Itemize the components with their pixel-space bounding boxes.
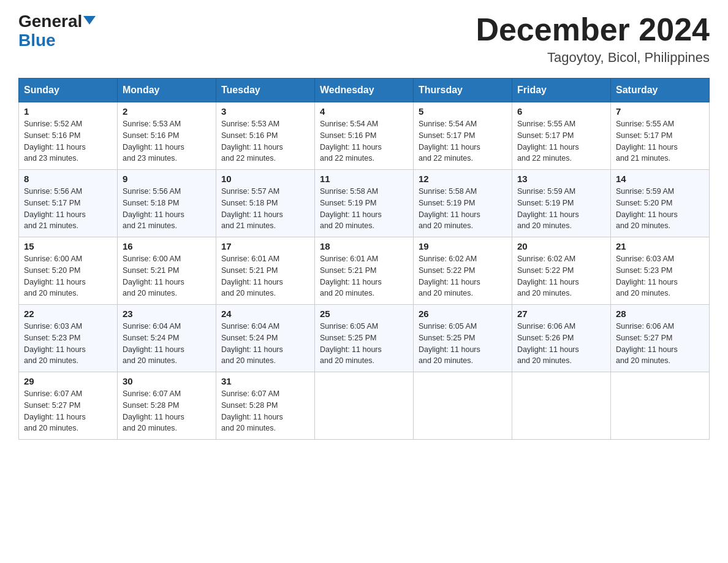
logo: GeneralBlue [18,12,96,50]
page-header: GeneralBlue December 2024 Tagoytoy, Bico… [18,12,710,66]
day-info: Sunrise: 5:56 AM Sunset: 5:18 PM Dayligh… [123,187,184,230]
day-info: Sunrise: 5:57 AM Sunset: 5:18 PM Dayligh… [221,187,283,230]
calendar-table: SundayMondayTuesdayWednesdayThursdayFrid… [18,78,710,440]
day-info: Sunrise: 5:52 AM Sunset: 5:16 PM Dayligh… [24,120,86,163]
day-number: 11 [320,174,408,184]
day-number: 31 [221,376,309,386]
day-number: 13 [517,174,605,184]
day-info: Sunrise: 6:01 AM Sunset: 5:21 PM Dayligh… [320,255,382,297]
day-header-friday: Friday [512,79,611,102]
day-header-saturday: Saturday [611,79,710,102]
day-number: 26 [419,308,507,319]
location-subtitle: Tagoytoy, Bicol, Philippines [476,50,710,66]
day-number: 27 [517,308,605,319]
calendar-cell [512,372,611,440]
day-header-monday: Monday [118,79,216,102]
calendar-cell: 20 Sunrise: 6:02 AM Sunset: 5:22 PM Dayl… [512,237,611,305]
calendar-cell: 22 Sunrise: 6:03 AM Sunset: 5:23 PM Dayl… [19,305,118,372]
day-info: Sunrise: 6:03 AM Sunset: 5:23 PM Dayligh… [616,255,678,297]
day-info: Sunrise: 6:07 AM Sunset: 5:27 PM Dayligh… [24,389,86,432]
day-info: Sunrise: 5:58 AM Sunset: 5:19 PM Dayligh… [419,187,480,230]
calendar-cell [315,372,414,440]
calendar-cell: 16 Sunrise: 6:00 AM Sunset: 5:21 PM Dayl… [118,237,216,305]
day-number: 2 [123,106,211,117]
calendar-cell: 25 Sunrise: 6:05 AM Sunset: 5:25 PM Dayl… [315,305,414,372]
calendar-cell: 1 Sunrise: 5:52 AM Sunset: 5:16 PM Dayli… [19,102,118,170]
calendar-week-row: 8 Sunrise: 5:56 AM Sunset: 5:17 PM Dayli… [19,170,710,237]
day-info: Sunrise: 5:54 AM Sunset: 5:16 PM Dayligh… [320,120,382,163]
day-number: 3 [221,106,309,117]
day-header-thursday: Thursday [414,79,512,102]
day-number: 29 [24,376,112,386]
day-info: Sunrise: 5:56 AM Sunset: 5:17 PM Dayligh… [24,187,86,230]
day-number: 14 [616,174,704,184]
day-number: 24 [221,308,309,319]
calendar-cell: 26 Sunrise: 6:05 AM Sunset: 5:25 PM Dayl… [414,305,512,372]
day-number: 25 [320,308,408,319]
day-number: 21 [616,241,704,251]
day-number: 9 [123,174,211,184]
calendar-week-row: 1 Sunrise: 5:52 AM Sunset: 5:16 PM Dayli… [19,102,710,170]
calendar-cell: 17 Sunrise: 6:01 AM Sunset: 5:21 PM Dayl… [216,237,315,305]
day-number: 10 [221,174,309,184]
calendar-week-row: 22 Sunrise: 6:03 AM Sunset: 5:23 PM Dayl… [19,305,710,372]
day-number: 28 [616,308,704,319]
calendar-cell: 24 Sunrise: 6:04 AM Sunset: 5:24 PM Dayl… [216,305,315,372]
day-info: Sunrise: 5:58 AM Sunset: 5:19 PM Dayligh… [320,187,382,230]
calendar-cell: 14 Sunrise: 5:59 AM Sunset: 5:20 PM Dayl… [611,170,710,237]
calendar-cell: 19 Sunrise: 6:02 AM Sunset: 5:22 PM Dayl… [414,237,512,305]
calendar-cell: 4 Sunrise: 5:54 AM Sunset: 5:16 PM Dayli… [315,102,414,170]
day-number: 15 [24,241,112,251]
day-info: Sunrise: 5:54 AM Sunset: 5:17 PM Dayligh… [419,120,480,163]
day-number: 23 [123,308,211,319]
logo-triangle-icon [83,16,96,25]
day-info: Sunrise: 6:03 AM Sunset: 5:23 PM Dayligh… [24,322,86,365]
day-info: Sunrise: 6:07 AM Sunset: 5:28 PM Dayligh… [221,389,283,432]
day-info: Sunrise: 5:53 AM Sunset: 5:16 PM Dayligh… [123,120,184,163]
calendar-cell: 5 Sunrise: 5:54 AM Sunset: 5:17 PM Dayli… [414,102,512,170]
calendar-cell: 23 Sunrise: 6:04 AM Sunset: 5:24 PM Dayl… [118,305,216,372]
calendar-cell: 11 Sunrise: 5:58 AM Sunset: 5:19 PM Dayl… [315,170,414,237]
day-info: Sunrise: 6:00 AM Sunset: 5:20 PM Dayligh… [24,255,86,297]
calendar-cell: 21 Sunrise: 6:03 AM Sunset: 5:23 PM Dayl… [611,237,710,305]
day-info: Sunrise: 6:06 AM Sunset: 5:27 PM Dayligh… [616,322,678,365]
day-info: Sunrise: 5:59 AM Sunset: 5:20 PM Dayligh… [616,187,678,230]
day-info: Sunrise: 6:02 AM Sunset: 5:22 PM Dayligh… [517,255,579,297]
calendar-week-row: 29 Sunrise: 6:07 AM Sunset: 5:27 PM Dayl… [19,372,710,440]
day-number: 1 [24,106,112,117]
calendar-cell: 12 Sunrise: 5:58 AM Sunset: 5:19 PM Dayl… [414,170,512,237]
day-number: 4 [320,106,408,117]
calendar-cell [611,372,710,440]
calendar-cell: 27 Sunrise: 6:06 AM Sunset: 5:26 PM Dayl… [512,305,611,372]
calendar-cell: 18 Sunrise: 6:01 AM Sunset: 5:21 PM Dayl… [315,237,414,305]
day-info: Sunrise: 6:05 AM Sunset: 5:25 PM Dayligh… [419,322,480,365]
calendar-cell: 30 Sunrise: 6:07 AM Sunset: 5:28 PM Dayl… [118,372,216,440]
day-info: Sunrise: 6:06 AM Sunset: 5:26 PM Dayligh… [517,322,579,365]
day-number: 20 [517,241,605,251]
calendar-cell: 15 Sunrise: 6:00 AM Sunset: 5:20 PM Dayl… [19,237,118,305]
day-info: Sunrise: 6:01 AM Sunset: 5:21 PM Dayligh… [221,255,283,297]
day-number: 22 [24,308,112,319]
calendar-cell: 13 Sunrise: 5:59 AM Sunset: 5:19 PM Dayl… [512,170,611,237]
day-header-tuesday: Tuesday [216,79,315,102]
day-number: 7 [616,106,704,117]
calendar-week-row: 15 Sunrise: 6:00 AM Sunset: 5:20 PM Dayl… [19,237,710,305]
day-info: Sunrise: 6:07 AM Sunset: 5:28 PM Dayligh… [123,389,184,432]
day-header-sunday: Sunday [19,79,118,102]
title-block: December 2024 Tagoytoy, Bicol, Philippin… [476,12,710,66]
calendar-cell [414,372,512,440]
day-number: 6 [517,106,605,117]
calendar-cell: 31 Sunrise: 6:07 AM Sunset: 5:28 PM Dayl… [216,372,315,440]
day-info: Sunrise: 5:59 AM Sunset: 5:19 PM Dayligh… [517,187,579,230]
day-number: 8 [24,174,112,184]
day-number: 16 [123,241,211,251]
calendar-cell: 3 Sunrise: 5:53 AM Sunset: 5:16 PM Dayli… [216,102,315,170]
day-info: Sunrise: 6:00 AM Sunset: 5:21 PM Dayligh… [123,255,184,297]
calendar-cell: 8 Sunrise: 5:56 AM Sunset: 5:17 PM Dayli… [19,170,118,237]
logo-text: GeneralBlue [18,12,96,50]
calendar-body: 1 Sunrise: 5:52 AM Sunset: 5:16 PM Dayli… [19,102,710,440]
day-info: Sunrise: 5:55 AM Sunset: 5:17 PM Dayligh… [517,120,579,163]
calendar-header-row: SundayMondayTuesdayWednesdayThursdayFrid… [19,79,710,102]
calendar-cell: 2 Sunrise: 5:53 AM Sunset: 5:16 PM Dayli… [118,102,216,170]
day-number: 19 [419,241,507,251]
